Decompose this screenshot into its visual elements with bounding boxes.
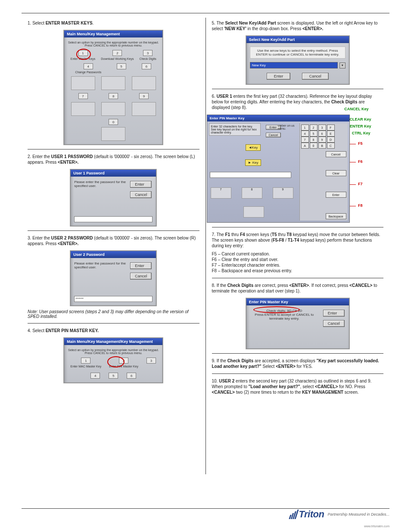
pad-key[interactable]: 0 <box>310 143 318 149</box>
key-2[interactable]: 2 <box>119 358 128 364</box>
logo-bars-icon <box>290 510 297 519</box>
key-2[interactable]: 2 <box>112 50 122 56</box>
pad-key[interactable]: 4 <box>301 131 309 137</box>
step5-text: 5. The Select New Key/Add Part screen is… <box>212 20 384 31</box>
key-6[interactable]: 6 <box>142 63 151 69</box>
key-3[interactable]: 3 <box>143 50 153 56</box>
key-4[interactable]: 4 <box>84 63 93 69</box>
sep <box>28 230 199 231</box>
brand-site: www.tritonatm.com <box>364 525 389 528</box>
pad-key[interactable]: C <box>327 143 335 149</box>
key-5[interactable]: 5 <box>109 373 118 379</box>
step5-window: Select New Key/Add Part Use the arrow ke… <box>246 36 349 84</box>
pad-key[interactable]: 9 <box>318 137 326 143</box>
enter-button[interactable]: Enter <box>130 262 152 269</box>
pad-key[interactable]: 5 <box>310 131 318 137</box>
brand-row: Triton Partnership Measured in Decades..… <box>22 509 389 524</box>
step4-text: 4. Select ENTER PIN MASTER KEY. <box>28 328 199 333</box>
step8-titlebar: Enter PIN Master Key <box>246 299 349 305</box>
cancel-button[interactable]: Cancel <box>302 73 329 80</box>
empty-cell <box>132 102 156 116</box>
pad-key[interactable]: 7 <box>301 137 309 143</box>
top-rule <box>22 13 389 13</box>
step1-num: 1. <box>28 21 32 25</box>
side-backspace-button[interactable]: Backspace <box>326 213 346 219</box>
key-6[interactable]: 6 <box>127 373 136 379</box>
side-clear-button[interactable]: Clear <box>326 170 346 176</box>
cell-download: Download Working Keys <box>101 57 134 60</box>
pad-key[interactable]: E <box>327 131 335 137</box>
side-cancel-button[interactable]: Cancel <box>326 151 346 157</box>
cell-mac: Enter MAC Master Key <box>71 365 102 368</box>
pad-key[interactable]: 3 <box>318 124 326 131</box>
step1-text: 1. Select ENTER MASTER KEYS. <box>28 20 199 26</box>
pad-key[interactable]: 8 <box>310 137 318 143</box>
left-key[interactable]: ◄Key <box>246 144 261 151</box>
cancel-button[interactable]: Cancel <box>130 273 152 280</box>
right-column: 5. The Select New Key/Add Part screen is… <box>206 18 390 474</box>
step8-prompt: Press ENTER to accept or CANCEL to termi… <box>250 313 319 320</box>
left-column: 1. Select ENTER MASTER KEYS. Main Menu/K… <box>22 18 206 474</box>
sep <box>212 353 384 354</box>
cancel-button[interactable]: Cancel <box>266 133 281 137</box>
keypad-note: umber on us menu. <box>278 124 298 130</box>
step7-f6: F6 – Clear the entry and start over. <box>212 257 384 262</box>
pad-key[interactable]: B <box>318 143 326 149</box>
step4-hint: Select an option by pressing the appropr… <box>68 348 159 355</box>
ann-f6: F6 <box>358 159 363 164</box>
step6-titlebar: Enter PIN Master Key <box>207 115 349 121</box>
dropdown-arrow-icon[interactable]: ▼ <box>339 62 346 68</box>
step2-prompt: Please enter the password for the specif… <box>74 180 127 199</box>
password-field[interactable]: ****** <box>74 296 153 302</box>
right-key[interactable]: ► Key <box>245 159 262 166</box>
pad-key[interactable]: 2 <box>310 124 318 131</box>
key-9[interactable]: 9 <box>139 93 149 99</box>
empty-cell: 7 <box>211 187 231 199</box>
ann-cancel: CANCEL Key <box>344 107 368 111</box>
step6-leftpane: Enter 32 characters for the key. See key… <box>209 123 298 221</box>
enter-button[interactable]: Enter <box>267 73 291 80</box>
cell-check-digits: Check Digits <box>139 57 156 60</box>
step1-window: Main Menu/Key Management Select an optio… <box>64 30 163 145</box>
empty-cell <box>101 102 125 116</box>
sep <box>212 373 384 374</box>
key-8[interactable]: 8 <box>109 93 118 99</box>
ann-ctrl: CTRL Key <box>352 131 371 135</box>
pad-key[interactable]: 1 <box>301 124 309 131</box>
key-1[interactable]: 1 <box>78 50 88 56</box>
key-3[interactable]: 3 <box>146 358 156 364</box>
key-0[interactable]: 0 <box>109 119 118 125</box>
cancel-button[interactable]: Cancel <box>130 191 152 198</box>
step5-num: 5. <box>212 21 217 25</box>
sep <box>212 278 384 278</box>
key-4[interactable]: 4 <box>90 373 100 379</box>
sep <box>28 323 199 324</box>
step6-instr: Enter 32 characters for the key. See key… <box>209 123 261 136</box>
dropdown-selected[interactable]: New Key <box>250 62 338 68</box>
password-field[interactable] <box>74 216 153 222</box>
pad-key[interactable]: A <box>301 143 309 149</box>
enter-button[interactable]: Enter <box>323 310 345 317</box>
ann-f5: F5 <box>358 141 363 146</box>
step5-prompt: Use the arrow keys to select the entry m… <box>250 47 346 59</box>
key-1[interactable]: 1 <box>81 358 90 364</box>
enter-button[interactable]: Enter <box>130 181 152 188</box>
empty-cell <box>71 102 95 116</box>
cell-change-pw: Change Passwords <box>75 71 101 74</box>
step7-f5: F5 – Cancel current operation. <box>212 251 384 257</box>
step3-num: 3. <box>28 236 32 240</box>
step2-window: User 1 Password Please enter the passwor… <box>70 169 156 226</box>
cancel-button[interactable]: Cancel <box>323 320 345 327</box>
pad-key[interactable]: D <box>327 137 335 143</box>
side-enter-button[interactable]: Enter <box>326 192 346 198</box>
key-entry-field[interactable] <box>210 172 292 178</box>
key-7[interactable]: 7 <box>78 93 88 99</box>
pad-key[interactable]: F <box>327 124 335 131</box>
step6-window: Enter PIN Master Key Enter 32 characters… <box>207 115 350 223</box>
key-5[interactable]: 5 <box>117 63 126 69</box>
empty-cell <box>101 127 125 141</box>
step6-num: 6. <box>212 94 217 99</box>
step5-titlebar: Select New Key/Add Part <box>246 36 349 43</box>
pad-key[interactable]: 6 <box>318 131 326 137</box>
step7-f8: F8 – Backspace and erase previous entry. <box>212 268 384 274</box>
